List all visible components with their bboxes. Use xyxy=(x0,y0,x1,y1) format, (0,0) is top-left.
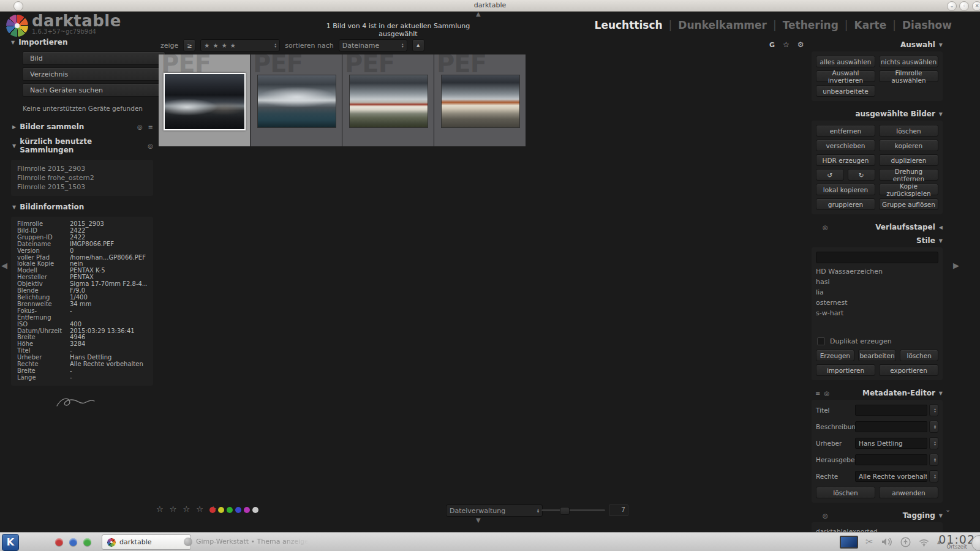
styles-search-input[interactable] xyxy=(816,252,938,263)
view-tethering[interactable]: Tethering xyxy=(783,19,839,31)
layout-mode-select[interactable]: Dateiverwaltung ▴▾ xyxy=(446,504,543,517)
invert-selection-button[interactable]: Auswahl invertieren xyxy=(816,70,875,82)
thumbnail-cell-selected[interactable]: PEF xyxy=(159,54,250,146)
sort-select[interactable]: Dateiname ▴▾ xyxy=(339,39,407,51)
color-label-dot[interactable] xyxy=(235,507,241,513)
field-spinner[interactable]: ▴▾ xyxy=(929,470,938,482)
group-button[interactable]: gruppieren xyxy=(816,198,875,210)
rights-field[interactable]: Alle Rechte vorbehalten xyxy=(855,471,927,482)
styles-section-header[interactable]: Stile ▼ xyxy=(812,234,943,247)
collect-section-header[interactable]: ▶ Bilder sammeln ◎ ≡ xyxy=(11,119,154,134)
window-maximize-button[interactable]: ◦ xyxy=(959,1,969,11)
select-all-button[interactable]: alles auswählen xyxy=(816,56,875,67)
clipboard-scissors-icon[interactable]: ✂ xyxy=(865,536,873,547)
recent-collection-item[interactable]: Filmrolle 2015_2903 xyxy=(17,164,147,173)
taskbar-item-darktable[interactable]: darktable xyxy=(102,534,191,550)
move-button[interactable]: verschieben xyxy=(816,140,875,151)
field-spinner[interactable]: ▴▾ xyxy=(929,421,938,433)
wifi-icon[interactable] xyxy=(918,538,930,547)
image-info-header[interactable]: ▼ Bildinformation xyxy=(11,200,154,214)
create-hdr-button[interactable]: HDR erzeugen xyxy=(816,154,875,166)
import-folder-button[interactable]: Verzeichnis xyxy=(22,67,165,81)
rotate-ccw-button[interactable]: ↺ xyxy=(816,169,844,181)
import-image-button[interactable]: Bild xyxy=(22,51,165,65)
style-delete-button[interactable]: löschen xyxy=(900,350,938,361)
volume-icon[interactable] xyxy=(881,537,893,547)
panel-scroll-down-icon[interactable]: ⌄ xyxy=(945,506,951,514)
selection-section-header[interactable]: Auswahl ▼ xyxy=(812,38,943,51)
duplicate-checkbox[interactable] xyxy=(817,337,825,345)
remove-button[interactable]: entfernen xyxy=(816,125,875,137)
color-label-dot[interactable] xyxy=(244,507,250,513)
recent-collections-header[interactable]: ▼ kürzlich benutzte Sammlungen ◎ xyxy=(11,134,154,157)
ungroup-button[interactable]: Gruppe auflösen xyxy=(879,198,938,210)
collapse-right-panel-icon[interactable]: ▶ xyxy=(953,261,959,270)
color-label-dot[interactable] xyxy=(218,507,224,513)
window-close-button[interactable]: ✕ xyxy=(972,1,980,11)
creator-field[interactable]: Hans Dettling xyxy=(855,438,927,449)
presets-icon[interactable]: ◎ xyxy=(824,390,829,397)
recent-collection-item[interactable]: Filmrolle 2015_1503 xyxy=(17,182,147,192)
window-shade-button[interactable]: ⌄ xyxy=(947,1,957,11)
metadata-clear-button[interactable]: löschen xyxy=(816,487,875,498)
sort-direction-button[interactable]: ▲ xyxy=(412,39,424,51)
view-diashow[interactable]: Diashow xyxy=(902,19,952,31)
select-filmroll-button[interactable]: Filmrolle auswählen xyxy=(879,70,938,82)
style-create-button[interactable]: Erzeugen xyxy=(816,350,854,361)
copy-button[interactable]: kopieren xyxy=(879,140,938,151)
taskbar-clock[interactable]: 01:02 Ortszeit xyxy=(938,533,975,550)
view-leuchttisch[interactable]: Leuchttisch xyxy=(595,19,663,31)
usb-device-icon[interactable] xyxy=(900,537,911,547)
rotate-cw-button[interactable]: ↻ xyxy=(848,169,876,181)
publisher-field[interactable] xyxy=(855,454,927,465)
import-section-header[interactable]: ▼ Importieren xyxy=(11,38,154,47)
color-label-dot[interactable] xyxy=(227,507,233,513)
style-edit-button[interactable]: bearbeiten xyxy=(858,350,897,361)
field-spinner[interactable]: ▴▾ xyxy=(929,437,938,449)
presets-icon[interactable]: ◎ xyxy=(137,124,143,130)
color-label-dot[interactable] xyxy=(209,507,216,513)
field-spinner[interactable]: ▴▾ xyxy=(929,404,938,416)
rating-compare-button[interactable]: ≥ xyxy=(183,39,195,51)
kde-menu-button[interactable]: K xyxy=(2,534,19,551)
taskbar-item-gimp[interactable]: Gimp-Werkstatt • Thema anzeigen - 1.1 Au… xyxy=(184,534,309,549)
presets-icon[interactable]: ◎ xyxy=(148,143,153,149)
recent-collection-item[interactable]: Filmrolle frohe_ostern2 xyxy=(17,173,147,182)
scan-devices-button[interactable]: Nach Geräten suchen xyxy=(22,83,165,97)
collapse-bottom-panel-icon[interactable]: ▼ xyxy=(476,517,481,523)
field-spinner[interactable]: ▴▾ xyxy=(929,454,938,466)
desktop-dot-blue[interactable] xyxy=(69,538,77,546)
module-list-icon[interactable]: ≡ xyxy=(815,390,820,397)
collapse-left-panel-icon[interactable]: ◀ xyxy=(1,261,7,270)
selected-images-header[interactable]: ausgewählte Bilder ▼ xyxy=(812,107,943,121)
presets-icon[interactable]: ◎ xyxy=(823,512,828,519)
rating-filter-select[interactable]: ★ ★ ★ ★ ▴▾ xyxy=(200,39,280,51)
module-list-icon[interactable]: ≡ xyxy=(148,124,153,130)
style-item[interactable]: s-w-hart xyxy=(816,308,938,318)
view-karte[interactable]: Karte xyxy=(854,19,887,31)
description-field[interactable] xyxy=(855,421,927,432)
title-field[interactable] xyxy=(855,405,927,416)
delete-button[interactable]: löschen xyxy=(879,125,938,137)
favorite-filter-icon[interactable]: ☆ xyxy=(783,40,790,49)
reset-rotation-button[interactable]: Drehung entfernen xyxy=(879,169,938,181)
grouping-icon[interactable]: G xyxy=(769,41,775,49)
thumbnail-cell[interactable]: PEF xyxy=(342,54,434,146)
copy-locally-button[interactable]: lokal kopieren xyxy=(816,184,875,195)
style-export-button[interactable]: exportieren xyxy=(879,364,938,376)
preferences-gear-icon[interactable]: ⚙ xyxy=(797,40,804,49)
zoom-slider-thumb[interactable] xyxy=(560,507,570,515)
style-item[interactable]: lia xyxy=(816,287,938,298)
style-import-button[interactable]: importieren xyxy=(816,364,875,376)
display-settings-icon[interactable] xyxy=(840,536,858,549)
desktop-dot-green[interactable] xyxy=(83,538,91,546)
desktop-dot-red[interactable] xyxy=(55,538,63,546)
metadata-apply-button[interactable]: anwenden xyxy=(879,487,938,498)
tagging-section-header[interactable]: ◎ Tagging ▼ xyxy=(812,509,943,522)
zoom-slider[interactable] xyxy=(541,509,605,511)
resync-copy-button[interactable]: Kopie zurückspielen xyxy=(879,184,938,195)
history-stack-header[interactable]: ◎ Verlaufsstapel ◀ xyxy=(812,220,943,234)
style-item[interactable]: hasi xyxy=(816,277,938,287)
style-item[interactable]: osternest xyxy=(816,298,938,308)
select-none-button[interactable]: nichts auswählen xyxy=(879,56,938,67)
